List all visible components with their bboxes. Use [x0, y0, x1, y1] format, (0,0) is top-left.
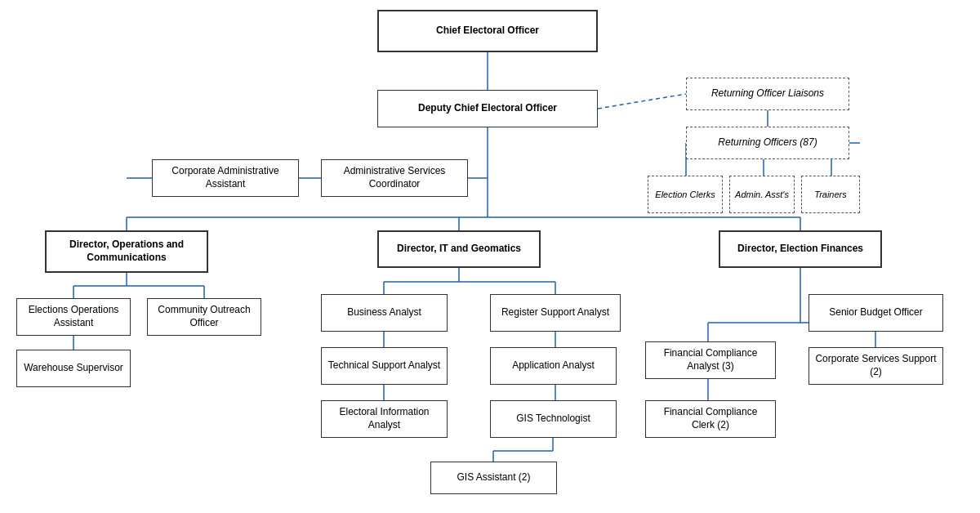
- box-election-clerks: Election Clerks: [648, 176, 723, 213]
- box-ro: Returning Officers (87): [686, 127, 849, 159]
- box-dceo: Deputy Chief Electoral Officer: [377, 90, 598, 127]
- box-biz-analyst: Business Analyst: [321, 294, 448, 332]
- box-corp-admin: Corporate Administrative Assistant: [152, 159, 299, 197]
- box-elec-ops: Elections Operations Assistant: [16, 298, 131, 336]
- box-reg-support: Register Support Analyst: [490, 294, 621, 332]
- box-trainers: Trainers: [801, 176, 860, 213]
- box-warehouse: Warehouse Supervisor: [16, 350, 131, 387]
- box-tech-support: Technical Support Analyst: [321, 347, 448, 385]
- box-gis-asst: GIS Assistant (2): [430, 462, 557, 494]
- org-chart: Chief Electoral Officer Deputy Chief Ele…: [0, 0, 980, 513]
- box-ceo: Chief Electoral Officer: [377, 10, 598, 52]
- box-fin-compliance: Financial Compliance Analyst (3): [645, 341, 776, 379]
- box-gis-tech: GIS Technologist: [490, 400, 617, 438]
- box-admin-coord: Administrative Services Coordinator: [321, 159, 468, 197]
- box-corp-services: Corporate Services Support (2): [808, 347, 943, 385]
- box-app-analyst: Application Analyst: [490, 347, 617, 385]
- box-senior-budget: Senior Budget Officer: [808, 294, 943, 332]
- svg-line-1: [598, 94, 686, 109]
- box-fin-clerk: Financial Compliance Clerk (2): [645, 400, 776, 438]
- box-dir-it: Director, IT and Geomatics: [377, 230, 541, 268]
- box-ro-liaisons: Returning Officer Liaisons: [686, 78, 849, 110]
- box-community: Community Outreach Officer: [147, 298, 261, 336]
- box-electoral-info: Electoral Information Analyst: [321, 400, 448, 438]
- box-admin-assts: Admin. Asst's: [729, 176, 795, 213]
- box-dir-ops: Director, Operations and Communications: [45, 230, 208, 273]
- box-dir-fin: Director, Election Finances: [719, 230, 882, 268]
